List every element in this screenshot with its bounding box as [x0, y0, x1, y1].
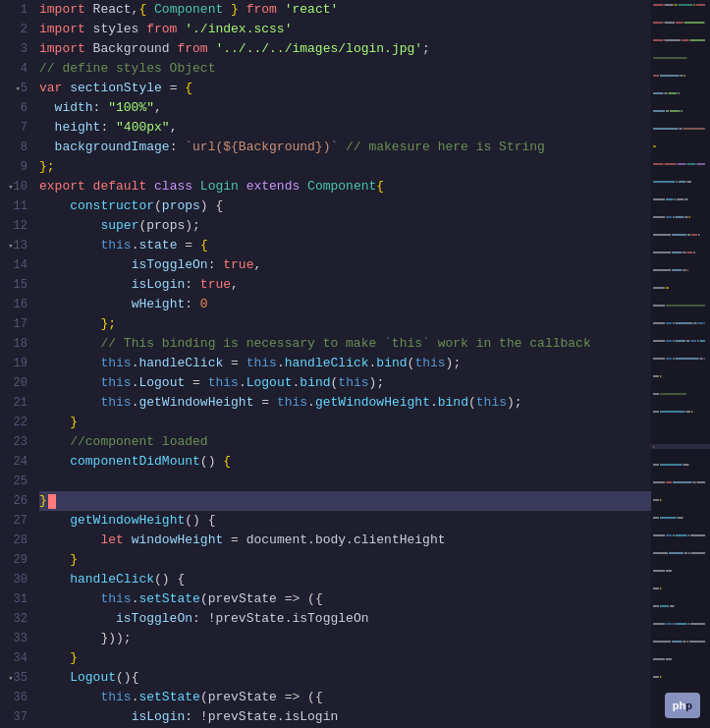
php-badge: php: [665, 693, 700, 718]
line-number: 28: [0, 531, 35, 550]
code-line: import styles from './index.scss': [39, 20, 651, 39]
line-number: 3: [0, 39, 35, 59]
code-line: constructor(props) {: [39, 196, 651, 216]
code-line: [39, 472, 651, 491]
line-number: 1: [0, 0, 35, 20]
code-line: }));: [39, 629, 651, 648]
line-number: 32: [0, 609, 35, 629]
editor-container: 1234▾56789▾101112▾1314151617181920212223…: [0, 0, 710, 728]
code-line: }: [39, 491, 651, 511]
line-number: 36: [0, 688, 35, 707]
line-number: 2: [0, 20, 35, 39]
line-number: 16: [0, 295, 35, 314]
line-number: 30: [0, 570, 35, 589]
code-line: var sectionStyle = {: [39, 79, 651, 98]
code-line: componentDidMount() {: [39, 452, 651, 472]
line-number: 6: [0, 98, 35, 118]
code-line: this.setState(prevState => ({: [39, 589, 651, 609]
line-number: 9: [0, 157, 35, 177]
code-line: height: "400px",: [39, 118, 651, 138]
code-line: this.getWindowHeight = this.getWindowHei…: [39, 393, 651, 413]
line-number: 12: [0, 216, 35, 236]
code-line: let windowHeight = document.body.clientH…: [39, 531, 651, 550]
line-number: 20: [0, 373, 35, 393]
code-line: import React,{ Component } from 'react': [39, 0, 651, 20]
code-line: };: [39, 157, 651, 177]
code-line: //component loaded: [39, 432, 651, 452]
code-line: this.state = {: [39, 236, 651, 255]
line-number: 37: [0, 707, 35, 727]
line-number: ▾35: [0, 668, 35, 688]
code-line: // This binding is necessary to make `th…: [39, 334, 651, 354]
code-line: import Background from '../../../images/…: [39, 39, 651, 59]
code-line: }: [39, 413, 651, 432]
line-number: 33: [0, 629, 35, 648]
code-line: backgroundImage: `url(${Background})` //…: [39, 138, 651, 157]
line-number: 4: [0, 59, 35, 79]
line-number: 22: [0, 413, 35, 432]
line-number: 17: [0, 314, 35, 334]
line-number: 24: [0, 452, 35, 472]
line-number: 26: [0, 491, 35, 511]
code-line: super(props);: [39, 216, 651, 236]
line-number: 11: [0, 196, 35, 216]
code-line: isToggleOn: !prevState.isToggleOn: [39, 609, 651, 629]
line-number: 15: [0, 275, 35, 295]
code-line: getWindowHeight() {: [39, 511, 651, 531]
line-number: 14: [0, 255, 35, 275]
line-number: ▾10: [0, 177, 35, 196]
code-line: isLogin: !prevState.isLogin: [39, 707, 651, 727]
code-line: };: [39, 314, 651, 334]
line-number: 21: [0, 393, 35, 413]
line-number: 18: [0, 334, 35, 354]
code-line: export default class Login extends Compo…: [39, 177, 651, 196]
line-number: ▾13: [0, 236, 35, 255]
line-number: 27: [0, 511, 35, 531]
code-area: import React,{ Component } from 'react'i…: [35, 0, 651, 728]
code-line: Logout(){: [39, 668, 651, 688]
code-line: }: [39, 550, 651, 570]
line-number: 23: [0, 432, 35, 452]
code-line: handleClick() {: [39, 570, 651, 589]
code-line: isLogin: true,: [39, 275, 651, 295]
code-line: // define styles Object: [39, 59, 651, 79]
line-number: ▾5: [0, 79, 35, 98]
line-number: 19: [0, 354, 35, 373]
line-number: 7: [0, 118, 35, 138]
code-line: this.handleClick = this.handleClick.bind…: [39, 354, 651, 373]
code-line: width: "100%",: [39, 98, 651, 118]
line-number: 25: [0, 472, 35, 491]
code-line: isToggleOn: true,: [39, 255, 651, 275]
code-line: }: [39, 648, 651, 668]
code-line: this.Logout = this.Logout.bind(this);: [39, 373, 651, 393]
code-line: wHeight: 0: [39, 295, 651, 314]
line-number: 29: [0, 550, 35, 570]
line-number: 34: [0, 648, 35, 668]
line-number: 31: [0, 589, 35, 609]
minimap: [651, 0, 710, 728]
line-number: 8: [0, 138, 35, 157]
line-numbers: 1234▾56789▾101112▾1314151617181920212223…: [0, 0, 35, 728]
code-line: this.setState(prevState => ({: [39, 688, 651, 707]
